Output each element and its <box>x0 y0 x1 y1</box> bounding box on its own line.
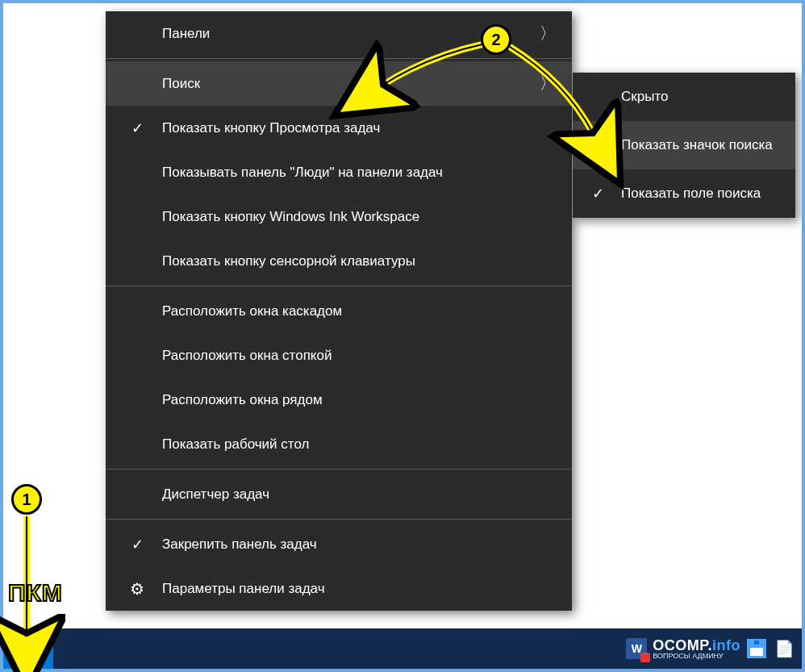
annotation-marker-1: 1 <box>11 484 42 515</box>
annotation-pkm-label: ПКМ <box>8 579 63 607</box>
screenshot-border <box>0 0 805 672</box>
annotation-marker-2: 2 <box>481 24 511 55</box>
